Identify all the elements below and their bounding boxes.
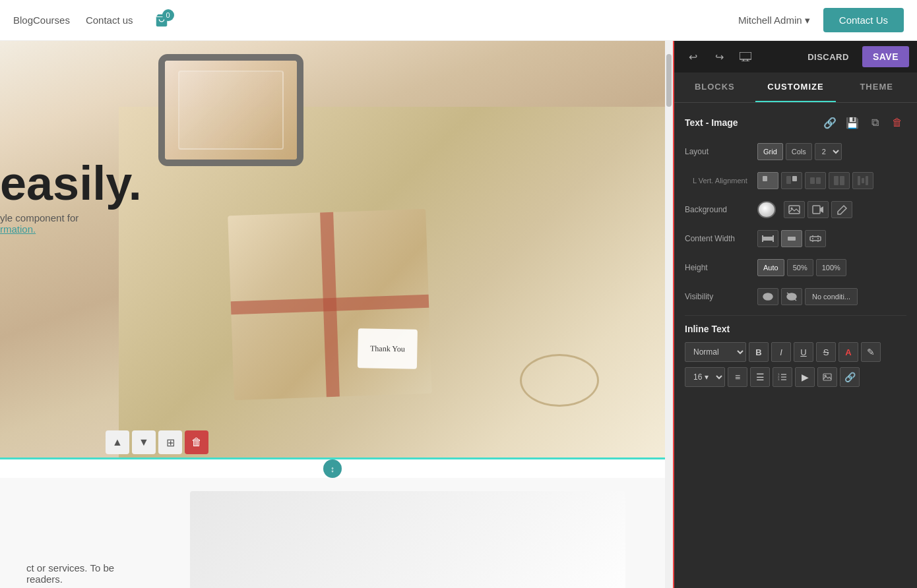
svg-rect-18: [813, 206, 820, 214]
visibility-controls: No conditi...: [757, 288, 858, 305]
no-conditi-btn[interactable]: No conditi...: [805, 288, 858, 305]
cols-select[interactable]: 2 1 3 4: [815, 143, 842, 160]
svg-rect-13: [858, 176, 860, 185]
block-down-btn[interactable]: ▼: [132, 430, 156, 454]
width-full-btn[interactable]: [757, 230, 778, 247]
bg-image-btn[interactable]: [784, 201, 805, 218]
svg-rect-36: [823, 374, 831, 380]
layout-row: Layout Grid Cols 2 1 3 4: [685, 141, 906, 162]
bg-edit-btn[interactable]: [831, 201, 852, 218]
visibility-label: Visibility: [685, 292, 757, 301]
nav-contact-us[interactable]: Contact us: [86, 15, 133, 26]
copy-icon-btn[interactable]: ⧉: [866, 113, 884, 132]
nav-blog[interactable]: Blog: [13, 15, 33, 26]
link-inline-btn[interactable]: 🔗: [840, 367, 860, 387]
vert-alignment-row: L Vert. Alignment: [685, 170, 906, 191]
background-row: Background: [685, 199, 906, 220]
save-btn[interactable]: SAVE: [862, 46, 909, 67]
pencil-btn[interactable]: ✎: [861, 342, 881, 362]
svg-rect-6: [769, 176, 773, 184]
format-row: Normal Heading 1 Heading 2 Heading 3 B I…: [685, 342, 906, 362]
align-stretch-btn[interactable]: [829, 172, 850, 189]
background-label: Background: [685, 205, 757, 214]
text-color-btn[interactable]: A: [838, 342, 858, 362]
color-swatch[interactable]: [757, 201, 776, 218]
svg-rect-19: [763, 237, 773, 241]
nav-user[interactable]: Mitchell Admin ▾: [738, 15, 810, 26]
link-icon-btn[interactable]: 🔗: [821, 113, 839, 132]
vert-alignment-controls: [757, 172, 873, 189]
hero-link[interactable]: rmation.: [0, 223, 36, 235]
layout-label: Layout: [685, 147, 757, 156]
italic-btn[interactable]: I: [771, 342, 791, 362]
text-format-select[interactable]: Normal Heading 1 Heading 2 Heading 3: [685, 342, 746, 362]
svg-rect-14: [862, 178, 864, 183]
page-content: Thank You easily. yle component for rmat…: [0, 41, 665, 588]
inline-text-section: Inline Text Normal Heading 1 Heading 2 H…: [685, 324, 906, 387]
panel-action-icons: 🔗 💾 ⧉ 🗑: [821, 113, 906, 132]
width-custom-btn[interactable]: [805, 230, 826, 247]
height-label: Height: [685, 263, 757, 272]
save-icon-btn[interactable]: 💾: [843, 113, 862, 132]
height-100-btn[interactable]: 100%: [816, 259, 846, 276]
right-panel: ↩ ↪ DISCARD SAVE BLOCKS CUSTOMIZE: [673, 41, 917, 588]
bold-btn[interactable]: B: [749, 342, 769, 362]
undo-btn[interactable]: ↩: [682, 46, 703, 67]
height-auto-btn[interactable]: Auto: [757, 259, 784, 276]
width-boxed-btn[interactable]: [781, 230, 802, 247]
tab-blocks[interactable]: BLOCKS: [674, 73, 755, 102]
hero-section: Thank You easily. yle component for rmat…: [0, 41, 665, 459]
align-left-btn[interactable]: ≡: [728, 367, 747, 387]
height-controls: Auto 50% 100%: [757, 259, 846, 276]
scrollbar-thumb[interactable]: [666, 54, 672, 107]
grid-btn[interactable]: Grid: [757, 143, 783, 160]
insert-handle[interactable]: ↕: [323, 459, 342, 478]
nav-cart[interactable]: 0: [154, 13, 169, 28]
bottom-text: ct or services. To be readers.: [26, 562, 114, 585]
ordered-list-btn[interactable]: 1. 2. 3.: [773, 367, 792, 387]
visibility-eye-btn[interactable]: [757, 288, 778, 305]
tab-customize[interactable]: CUSTOMIZE: [755, 73, 837, 102]
play-btn[interactable]: ▶: [795, 367, 815, 387]
panel-body: Text - Image 🔗 💾 ⧉ 🗑 Layout Grid Cols 2 …: [674, 103, 917, 588]
divider: [685, 315, 906, 316]
block-delete-btn[interactable]: 🗑: [185, 430, 208, 454]
nav-contact-btn[interactable]: Contact Us: [823, 8, 904, 32]
cols-btn[interactable]: Cols: [786, 143, 812, 160]
top-nav: Blog Courses Contact us 0 Mitchell Admin…: [0, 0, 917, 41]
block-up-btn[interactable]: ▲: [106, 430, 129, 454]
strikethrough-btn[interactable]: S: [816, 342, 836, 362]
hero-heading: easily.: [0, 160, 142, 207]
redo-btn[interactable]: ↪: [709, 46, 730, 67]
desktop-view-btn[interactable]: [735, 46, 756, 67]
underline-btn[interactable]: U: [794, 342, 813, 362]
image-inline-btn[interactable]: [817, 367, 837, 387]
block-grid-btn[interactable]: ⊞: [158, 430, 182, 454]
tab-theme[interactable]: THEME: [836, 73, 917, 102]
svg-text:3.: 3.: [778, 378, 780, 381]
section-header: Text - Image 🔗 💾 ⧉ 🗑: [685, 113, 906, 132]
bottom-section: ct or services. To be readers.: [0, 478, 665, 588]
bullet-list-btn[interactable]: ☰: [750, 367, 770, 387]
content-width-controls: [757, 230, 826, 247]
bg-video-btn[interactable]: [807, 201, 829, 218]
align-top-left-btn[interactable]: [757, 172, 778, 189]
font-size-select[interactable]: 16 ▾ 12 14 18 24: [685, 367, 725, 387]
layout-controls: Grid Cols 2 1 3 4: [757, 143, 842, 160]
svg-point-27: [767, 295, 770, 299]
nav-courses[interactable]: Courses: [33, 15, 70, 26]
align-top-right-btn[interactable]: [781, 172, 802, 189]
height-50-btn[interactable]: 50%: [787, 259, 813, 276]
svg-rect-15: [866, 176, 868, 185]
align-center-btn[interactable]: [805, 172, 826, 189]
scrollbar[interactable]: [665, 41, 673, 588]
delete-icon-btn[interactable]: 🗑: [888, 113, 906, 132]
vert-alignment-label: L Vert. Alignment: [685, 177, 757, 185]
visibility-eye-off-btn[interactable]: [781, 288, 802, 305]
cart-badge: 0: [162, 9, 174, 21]
discard-btn[interactable]: DISCARD: [800, 48, 857, 66]
svg-rect-8: [792, 176, 797, 181]
svg-rect-10: [816, 177, 821, 184]
align-split-btn[interactable]: [852, 172, 873, 189]
svg-rect-11: [834, 176, 838, 185]
